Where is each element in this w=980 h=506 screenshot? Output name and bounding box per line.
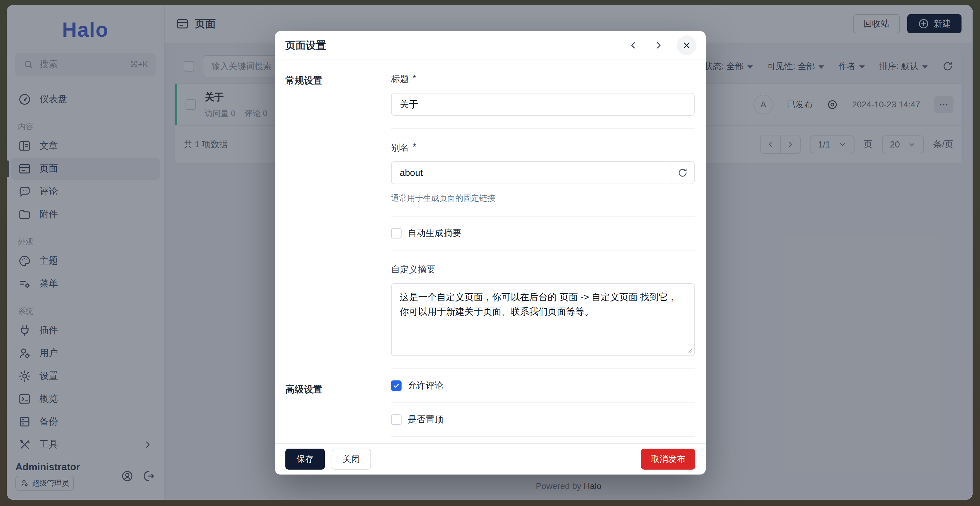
allow-comment-checkbox[interactable] [391, 380, 402, 391]
regenerate-slug-icon[interactable] [671, 162, 694, 184]
close-icon[interactable] [677, 35, 697, 55]
slug-input[interactable] [392, 162, 671, 184]
next-item-icon[interactable] [651, 38, 666, 53]
close-button[interactable]: 关闭 [332, 449, 371, 469]
page-settings-modal: 页面设置 常规设置 标题 [275, 31, 706, 474]
slug-label: 别名 [391, 142, 409, 154]
field-title: 标题 * [391, 60, 695, 129]
modal-footer: 保存 关闭 取消发布 [275, 443, 706, 474]
save-button[interactable]: 保存 [285, 449, 325, 469]
section-advanced: 高级设置 [275, 369, 391, 437]
modal-body: 常规设置 标题 * 别名 * [275, 60, 706, 443]
excerpt-label: 自定义摘要 [391, 263, 436, 276]
auto-excerpt-label: 自动生成摘要 [408, 227, 461, 239]
modal-title: 页面设置 [285, 38, 326, 53]
required-asterisk: * [413, 142, 416, 154]
allow-comment-label: 允许评论 [408, 380, 444, 392]
modal-header: 页面设置 [275, 31, 706, 60]
field-slug: 别名 * 通常用于生成页面的固定链接 [391, 129, 695, 217]
prev-item-icon[interactable] [626, 38, 640, 53]
slug-help-text: 通常用于生成页面的固定链接 [391, 193, 695, 204]
excerpt-textarea[interactable]: 这是一个自定义页面，你可以在后台的 页面 -> 自定义页面 找到它，你可以用于新… [391, 283, 695, 356]
required-asterisk: * [413, 73, 416, 85]
auto-excerpt-checkbox[interactable] [391, 228, 402, 238]
pinned-checkbox[interactable] [391, 414, 402, 425]
field-auto-excerpt: 自动生成摘要 [391, 217, 695, 251]
pinned-label: 是否置顶 [408, 413, 444, 426]
field-excerpt: 自定义摘要 这是一个自定义页面，你可以在后台的 页面 -> 自定义页面 找到它，… [391, 251, 695, 369]
field-allow-comment: 允许评论 [391, 369, 695, 403]
cancel-publish-button[interactable]: 取消发布 [641, 449, 695, 469]
field-pinned: 是否置顶 [391, 403, 695, 437]
section-general: 常规设置 [275, 60, 391, 369]
app-window: Halo 搜索 ⌘+K 仪表盘 内容 文章 [7, 5, 973, 500]
title-input[interactable] [391, 93, 695, 116]
title-label: 标题 [391, 73, 409, 85]
resize-handle[interactable] [687, 347, 692, 353]
